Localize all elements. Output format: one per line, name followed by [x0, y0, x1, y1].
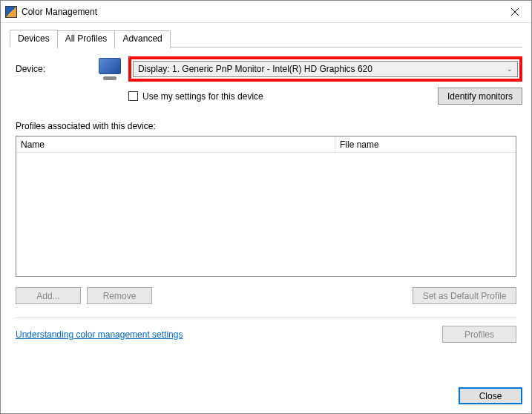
color-management-window: Color Management Devices All Profiles Ad… — [0, 0, 532, 414]
column-filename-label: File name — [340, 139, 379, 150]
column-name-label: Name — [21, 139, 45, 150]
tab-strip: Devices All Profiles Advanced — [10, 29, 522, 47]
use-settings-row: Use my settings for this device Identify… — [128, 88, 522, 105]
app-icon — [5, 6, 17, 18]
understanding-link[interactable]: Understanding color management settings — [16, 329, 183, 340]
use-my-settings-label: Use my settings for this device — [142, 91, 263, 102]
tab-advanced-label: Advanced — [122, 33, 162, 44]
identify-monitors-button[interactable]: Identify monitors — [438, 88, 522, 105]
highlight-annotation: Display: 1. Generic PnP Monitor - Intel(… — [128, 56, 522, 82]
tab-all-profiles-label: All Profiles — [65, 33, 108, 44]
tab-devices-label: Devices — [18, 33, 50, 44]
set-default-label: Set as Default Profile — [423, 291, 507, 301]
add-button[interactable]: Add... — [16, 287, 81, 304]
close-button-label: Close — [479, 391, 502, 401]
profiles-listview[interactable]: Name File name — [16, 136, 516, 277]
titlebar: Color Management — [1, 1, 531, 23]
device-dropdown-value: Display: 1. Generic PnP Monitor - Intel(… — [138, 64, 507, 74]
understanding-link-label: Understanding color management settings — [16, 329, 183, 340]
chevron-down-icon: ⌄ — [507, 65, 513, 73]
profiles-button[interactable]: Profiles — [442, 326, 516, 343]
device-row: Device: Display: 1. Generic PnP Monitor … — [10, 56, 522, 82]
close-icon — [511, 8, 519, 16]
remove-button[interactable]: Remove — [87, 287, 152, 304]
add-button-label: Add... — [36, 291, 59, 301]
close-button[interactable]: Close — [459, 387, 522, 404]
column-name[interactable]: Name — [16, 137, 335, 152]
dialog-footer: Close — [1, 378, 531, 413]
tab-devices[interactable]: Devices — [10, 30, 58, 47]
device-label: Device: — [10, 64, 91, 74]
profile-buttons-row: Add... Remove Set as Default Profile — [16, 287, 516, 304]
use-my-settings-checkbox[interactable] — [128, 91, 138, 101]
listview-header: Name File name — [16, 137, 516, 153]
monitor-icon — [97, 58, 122, 80]
tab-advanced[interactable]: Advanced — [114, 30, 170, 48]
set-default-profile-button[interactable]: Set as Default Profile — [413, 287, 516, 304]
remove-button-label: Remove — [103, 291, 137, 301]
column-filename[interactable]: File name — [335, 139, 516, 150]
separator — [16, 318, 516, 318]
window-title: Color Management — [22, 7, 499, 17]
tab-all-profiles[interactable]: All Profiles — [57, 30, 116, 48]
footer-row: Understanding color management settings … — [16, 326, 516, 343]
profiles-associated-label: Profiles associated with this device: — [16, 121, 522, 131]
profiles-button-label: Profiles — [464, 329, 494, 340]
identify-monitors-label: Identify monitors — [447, 91, 513, 102]
device-dropdown[interactable]: Display: 1. Generic PnP Monitor - Intel(… — [133, 61, 518, 77]
dialog-body: Devices All Profiles Advanced Device: Di… — [1, 23, 531, 378]
close-window-button[interactable] — [499, 1, 531, 23]
